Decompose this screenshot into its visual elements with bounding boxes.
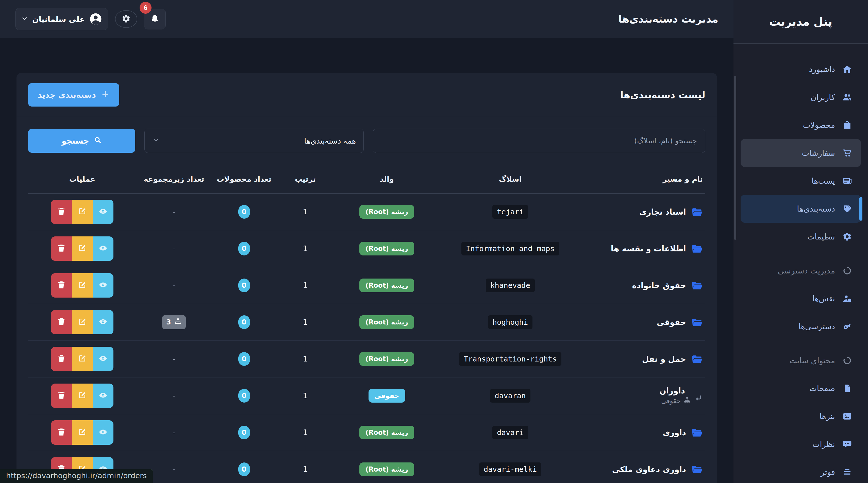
child-arrow-icon [694,396,703,406]
edit-button[interactable] [72,273,93,297]
search-button[interactable]: جستجو [28,129,135,153]
edit-button[interactable] [72,384,93,408]
edit-button[interactable] [72,236,93,261]
view-button[interactable] [93,273,114,297]
gear-icon [842,232,852,242]
row-actions [51,310,114,334]
sidebar-item-categories[interactable]: دسته‌بندی‌ها [741,195,861,223]
products-count-badge: 0 [238,426,250,439]
folder-open-icon [691,243,703,254]
cart-icon [842,148,852,158]
edit-button[interactable] [72,347,93,371]
folder-open-icon [691,206,703,217]
sidebar-item-permissions[interactable]: دسترسی‌ها [734,313,868,341]
categories-table-wrap: نام و مسیر اسلاگ والد ترتیب تعداد محصولا… [17,165,717,483]
category-name: اسناد تجاری [639,207,686,216]
table-row: اطلاعات و نقشه ها Information-and-maps ر… [28,230,705,267]
category-name: داوران [659,386,685,395]
gear-icon [122,14,131,24]
bell-icon [150,14,160,24]
delete-button[interactable] [51,384,72,408]
delete-button[interactable] [51,200,72,224]
view-button[interactable] [93,347,114,371]
sidebar-item-footer[interactable]: فوتر [734,458,868,483]
sidebar-section-site-content[interactable]: محتوای سایت [734,347,868,375]
search-input[interactable] [373,129,705,153]
sidebar-section-access-management[interactable]: مدیریت دسترسی [734,257,868,285]
search-button-label: جستجو [62,136,89,146]
children-count: - [173,428,175,437]
table-row: حمل و نقل Transportation-rights ریشه (Ro… [28,341,705,377]
content-area: لیست دسته‌بندی‌ها دسته‌بندی جدید همه دست… [0,38,734,483]
comments-icon [842,439,852,449]
sidebar-item-banners[interactable]: بنرها [734,402,868,430]
table-header-row: نام و مسیر اسلاگ والد ترتیب تعداد محصولا… [28,166,705,193]
view-button[interactable] [93,384,114,408]
children-count: - [173,244,175,253]
main-area: مدیریت دسته‌بندی‌ها 6 علی سلمانیان [0,0,734,483]
sidebar-item-label: بنرها [819,412,835,421]
chevron-down-icon [152,136,159,146]
sidebar-item-products[interactable]: محصولات [734,111,868,139]
filters-bar: همه دسته‌بندی‌ها جستجو [17,117,717,165]
products-count-badge: 0 [238,389,250,402]
sidebar-item-orders[interactable]: سفارشات [741,139,861,167]
sidebar-item-users[interactable]: کاربران [734,83,868,111]
new-category-button[interactable]: دسته‌بندی جدید [28,83,119,106]
eye-icon [98,354,107,364]
category-slug: davaran [490,389,530,402]
sidebar-item-pages[interactable]: صفحات [734,375,868,402]
sidebar-item-comments[interactable]: نظرات [734,430,868,458]
edit-button[interactable] [72,200,93,224]
table-row: داوری davari ریشه (Root) 1 0 - [28,414,705,451]
sidebar-item-settings[interactable]: تنظیمات [734,223,868,251]
view-button[interactable] [93,200,114,224]
notifications-button[interactable]: 6 [144,9,166,29]
view-button[interactable] [93,310,114,334]
delete-button[interactable] [51,420,72,445]
view-button[interactable] [93,236,114,261]
eye-icon [98,207,107,217]
trash-icon [57,427,66,437]
delete-button[interactable] [51,347,72,371]
order-value: 1 [303,391,308,400]
row-actions [51,236,114,261]
category-slug: Transportation-rights [459,352,561,366]
sidebar-scrollbar[interactable] [734,76,736,240]
user-menu[interactable]: علی سلمانیان [15,8,108,30]
sidebar-item-label: محتوای سایت [789,356,835,365]
sidebar-item-dashboard[interactable]: داشبورد [734,55,868,83]
category-filter-select[interactable]: همه دسته‌بندی‌ها [145,129,364,153]
edit-icon [78,427,87,437]
delete-button[interactable] [51,273,72,297]
theme-toggle-button[interactable] [115,10,137,28]
edit-button[interactable] [72,420,93,445]
sidebar-item-posts[interactable]: پست‌ها [734,167,868,195]
col-children-count: تعداد زیرمجموعه [136,166,211,193]
key-icon [842,321,852,331]
selected-filter-value: همه دسته‌بندی‌ها [304,136,356,146]
col-products-count: تعداد محصولات [212,166,277,193]
sidebar-item-label: دسترسی‌ها [799,322,835,331]
circle-notch-icon [842,355,852,365]
products-count-badge: 0 [238,205,250,219]
category-slug: Information-and-maps [461,242,559,255]
card-title: لیست دسته‌بندی‌ها [620,90,705,100]
children-count-badge: 3 [162,315,186,329]
delete-button[interactable] [51,236,72,261]
parent-badge: حقوقی [369,389,405,402]
sidebar-item-label: کاربران [811,93,835,102]
edit-icon [78,207,87,217]
delete-button[interactable] [51,310,72,334]
edit-button[interactable] [72,310,93,334]
category-name: حمل و نقل [642,354,686,363]
trash-icon [57,280,66,290]
row-actions [51,273,114,297]
folder-open-icon [691,280,703,291]
parent-badge: ریشه (Root) [360,462,414,476]
sidebar-item-roles[interactable]: نقش‌ها [734,285,868,313]
children-count: - [173,354,175,363]
view-button[interactable] [93,420,114,445]
folder-open-icon [691,317,703,327]
shopping-bag-icon [842,120,852,130]
